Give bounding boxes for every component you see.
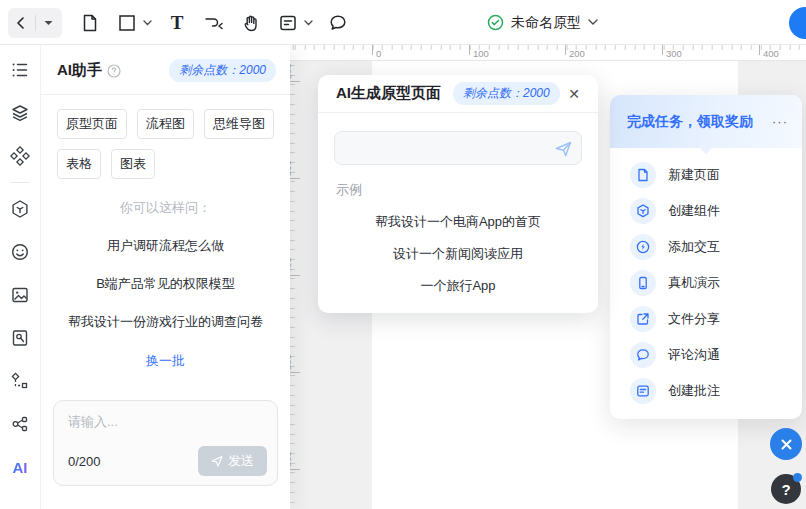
ruler-label: 600 bbox=[290, 451, 293, 467]
example-item[interactable]: 帮我设计一个电商App的首页 bbox=[318, 213, 598, 231]
dialog-header: AI生成原型页面 剩余点数：2000 ✕ bbox=[318, 75, 598, 113]
more-icon[interactable]: ··· bbox=[772, 114, 788, 129]
chip-mindmap[interactable]: 思维导图 bbox=[204, 109, 274, 139]
ruler-label: 400 bbox=[290, 257, 293, 273]
ruler-label: 200 bbox=[569, 48, 585, 59]
note-frame-icon bbox=[278, 13, 298, 33]
annotation-icon bbox=[630, 378, 656, 404]
components-icon bbox=[10, 146, 30, 166]
task-label: 创建组件 bbox=[668, 202, 720, 220]
horizontal-ruler: 0 100 200 300 400 bbox=[290, 45, 806, 61]
suggestion-item[interactable]: 用户调研流程怎么做 bbox=[41, 237, 290, 255]
sidebar-item-pages[interactable] bbox=[8, 58, 32, 82]
ai-assistant-panel: AI助手 剩余点数：2000 原型页面 流程图 思维导图 表格 图表 你可以这样… bbox=[40, 45, 290, 509]
new-page-tool-button[interactable] bbox=[78, 8, 102, 38]
page-icon bbox=[80, 13, 100, 33]
caret-down-icon bbox=[44, 20, 53, 26]
help-icon[interactable] bbox=[107, 64, 121, 78]
chevron-down-icon bbox=[304, 20, 313, 26]
share-graph-icon bbox=[10, 414, 30, 434]
dialog-title: AI生成原型页面 bbox=[336, 84, 441, 103]
help-floating-button[interactable]: ? bbox=[771, 474, 801, 504]
task-item-create-component[interactable]: 创建组件 bbox=[610, 193, 802, 229]
user-avatar[interactable] bbox=[789, 7, 806, 39]
task-item-new-page[interactable]: 新建页面 bbox=[610, 157, 802, 193]
suggestion-item[interactable]: 帮我设计一份游戏行业的调查问卷 bbox=[41, 313, 290, 331]
task-panel-header: 完成任务，领取奖励 ··· bbox=[610, 95, 802, 148]
sidebar-item-ai[interactable]: AI bbox=[8, 455, 32, 479]
task-label: 真机演示 bbox=[668, 274, 720, 292]
comment-icon bbox=[630, 342, 656, 368]
ruler-label: 500 bbox=[290, 354, 293, 370]
paper-plane-icon bbox=[211, 455, 223, 467]
chip-chart[interactable]: 图表 bbox=[111, 149, 155, 179]
task-label: 添加交互 bbox=[668, 238, 720, 256]
sidebar-item-layers[interactable] bbox=[8, 101, 32, 125]
sidebar-item-images[interactable] bbox=[8, 283, 32, 307]
refresh-suggestions-link[interactable]: 换一批 bbox=[146, 352, 185, 370]
shape-tool-dropdown[interactable] bbox=[143, 20, 155, 26]
sidebar-item-templates[interactable] bbox=[8, 326, 32, 350]
sidebar-item-share[interactable] bbox=[8, 412, 32, 436]
text-tool-button[interactable]: T bbox=[165, 8, 189, 38]
chevron-down-icon bbox=[143, 20, 152, 26]
add-interaction-icon bbox=[630, 234, 656, 260]
chip-table[interactable]: 表格 bbox=[57, 149, 101, 179]
pages-list-icon bbox=[10, 60, 30, 80]
prompt-input[interactable] bbox=[334, 131, 582, 165]
back-button-group bbox=[8, 8, 62, 38]
task-item-file-share[interactable]: 文件分享 bbox=[610, 301, 802, 337]
ruler-label: 0 bbox=[376, 48, 381, 59]
ruler-label: 100 bbox=[473, 48, 489, 59]
task-item-add-interaction[interactable]: 添加交互 bbox=[610, 229, 802, 265]
dismiss-floating-button[interactable] bbox=[770, 428, 802, 460]
example-item[interactable]: 一个旅行App bbox=[318, 277, 598, 295]
examples-label: 示例 bbox=[336, 181, 598, 199]
document-title-group[interactable]: 未命名原型 bbox=[487, 0, 598, 45]
example-item[interactable]: 设计一个新闻阅读应用 bbox=[318, 245, 598, 263]
connector-icon bbox=[203, 13, 225, 33]
frame-tool-button[interactable] bbox=[276, 8, 300, 38]
chip-flowchart[interactable]: 流程图 bbox=[137, 109, 194, 139]
send-button[interactable]: 发送 bbox=[198, 446, 267, 476]
sidebar-item-vector[interactable] bbox=[8, 369, 32, 393]
ruler-label: 300 bbox=[666, 48, 682, 59]
dialog-input-wrap bbox=[334, 131, 582, 165]
text-tool-icon: T bbox=[171, 12, 184, 34]
frame-tool-dropdown[interactable] bbox=[304, 20, 316, 26]
back-history-dropdown[interactable] bbox=[36, 8, 63, 38]
chat-input[interactable] bbox=[54, 401, 277, 441]
file-share-icon bbox=[630, 306, 656, 332]
ai-logo: AI bbox=[13, 459, 28, 476]
hand-icon bbox=[241, 13, 261, 33]
suggestion-item[interactable]: B端产品常见的权限模型 bbox=[41, 275, 290, 293]
back-button[interactable] bbox=[8, 8, 35, 38]
sidebar-item-components[interactable] bbox=[8, 144, 32, 168]
comment-bubble-icon bbox=[328, 13, 348, 33]
emoji-icon bbox=[10, 242, 30, 262]
sidebar-item-emoji[interactable] bbox=[8, 240, 32, 264]
topbar: T 未命名原型 bbox=[0, 0, 806, 45]
ai-panel-title: AI助手 bbox=[57, 61, 102, 80]
ruler-label: 300 bbox=[290, 160, 293, 176]
hand-tool-button[interactable] bbox=[239, 8, 263, 38]
chip-prototype-page[interactable]: 原型页面 bbox=[57, 109, 127, 139]
prompt-send-button[interactable] bbox=[554, 139, 573, 158]
close-icon[interactable]: ✕ bbox=[564, 84, 584, 104]
task-label: 文件分享 bbox=[668, 310, 720, 328]
task-item-annotation[interactable]: 创建批注 bbox=[610, 373, 802, 409]
sidebar-item-materials[interactable] bbox=[8, 197, 32, 221]
task-item-comment[interactable]: 评论沟通 bbox=[610, 337, 802, 373]
task-panel-title: 完成任务，领取奖励 bbox=[627, 113, 753, 131]
new-page-icon bbox=[630, 162, 656, 188]
materials-icon bbox=[10, 199, 30, 219]
comment-tool-button[interactable] bbox=[326, 8, 350, 38]
suggestions-hint: 你可以这样问： bbox=[41, 199, 290, 217]
vector-icon bbox=[10, 371, 30, 391]
paper-plane-icon bbox=[554, 139, 573, 158]
saved-check-icon bbox=[487, 14, 504, 31]
task-item-device-demo[interactable]: 真机演示 bbox=[610, 265, 802, 301]
image-icon bbox=[10, 285, 30, 305]
shape-tool-button[interactable] bbox=[115, 8, 139, 38]
connector-tool-button[interactable] bbox=[202, 8, 226, 38]
